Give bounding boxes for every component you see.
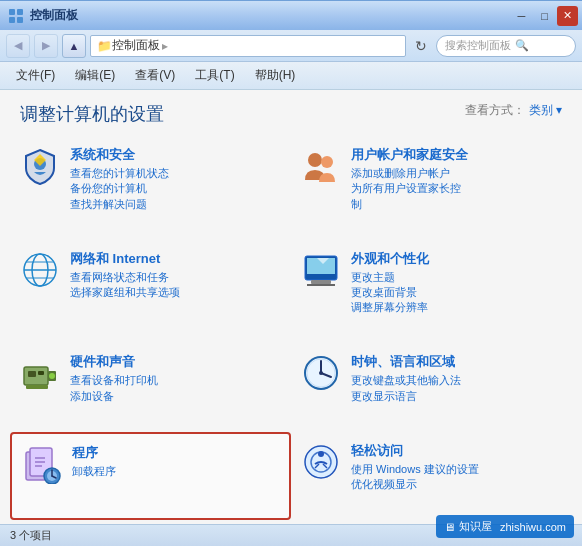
status-text: 3 个项目	[10, 528, 52, 543]
menu-bar: 文件(F) 编辑(E) 查看(V) 工具(T) 帮助(H)	[0, 62, 582, 90]
svg-rect-23	[26, 385, 48, 389]
appearance-text: 外观和个性化 更改主题 更改桌面背景 调整屏幕分辨率	[351, 250, 562, 316]
items-container: 系统和安全 查看您的计算机状态 备份您的计算机 查找并解决问题 用户帐户和家	[0, 132, 582, 524]
back-button[interactable]: ◀	[6, 34, 30, 58]
svg-rect-16	[311, 280, 331, 284]
address-text: 控制面板	[112, 37, 160, 54]
window-title: 控制面板	[30, 7, 78, 24]
view-mode: 查看方式： 类别 ▾	[465, 102, 562, 119]
users-icon	[301, 146, 341, 186]
watermark: 🖥 知识屋 zhishiwu.com	[436, 515, 574, 538]
clock-desc: 更改键盘或其他输入法 更改显示语言	[351, 373, 562, 404]
appearance-link-2[interactable]: 更改桌面背景	[351, 285, 562, 300]
clock-link-2[interactable]: 更改显示语言	[351, 389, 562, 404]
hardware-desc: 查看设备和打印机 添加设备	[70, 373, 281, 404]
appearance-title[interactable]: 外观和个性化	[351, 250, 562, 268]
network-icon	[20, 250, 60, 290]
security-text: 系统和安全 查看您的计算机状态 备份您的计算机 查找并解决问题	[70, 146, 281, 212]
svg-point-40	[318, 451, 324, 457]
minimize-button[interactable]: ─	[511, 6, 532, 26]
security-desc: 查看您的计算机状态 备份您的计算机 查找并解决问题	[70, 166, 281, 212]
programs-link-1[interactable]: 卸载程序	[72, 464, 279, 479]
appearance-link-3[interactable]: 调整屏幕分辨率	[351, 300, 562, 315]
hardware-link-1[interactable]: 查看设备和打印机	[70, 373, 281, 388]
network-title[interactable]: 网络和 Internet	[70, 250, 281, 268]
clock-text: 时钟、语言和区域 更改键盘或其他输入法 更改显示语言	[351, 353, 562, 404]
svg-rect-22	[38, 371, 44, 375]
programs-title[interactable]: 程序	[72, 444, 279, 462]
network-text: 网络和 Internet 查看网络状态和任务 选择家庭组和共享选项	[70, 250, 281, 301]
clock-icon	[301, 353, 341, 393]
maximize-button[interactable]: □	[534, 6, 555, 26]
network-link-1[interactable]: 查看网络状态和任务	[70, 270, 281, 285]
cp-item-network[interactable]: 网络和 Internet 查看网络状态和任务 选择家庭组和共享选项	[10, 240, 291, 344]
title-bar-left: 控制面板	[8, 7, 78, 24]
users-desc: 添加或删除用户帐户 为所有用户设置家长控制	[351, 166, 562, 212]
cp-item-ease[interactable]: 轻松访问 使用 Windows 建议的设置 优化视频显示	[291, 432, 572, 520]
up-button[interactable]: ▲	[62, 34, 86, 58]
title-bar: 控制面板 ─ □ ✕	[0, 0, 582, 30]
close-button[interactable]: ✕	[557, 6, 578, 26]
forward-button[interactable]: ▶	[34, 34, 58, 58]
cp-item-users[interactable]: 用户帐户和家庭安全 添加或删除用户帐户 为所有用户设置家长控制	[291, 136, 572, 240]
cp-item-security[interactable]: 系统和安全 查看您的计算机状态 备份您的计算机 查找并解决问题	[10, 136, 291, 240]
ease-link-2[interactable]: 优化视频显示	[351, 477, 562, 492]
security-link-3[interactable]: 查找并解决问题	[70, 197, 281, 212]
hardware-link-2[interactable]: 添加设备	[70, 389, 281, 404]
svg-rect-17	[307, 284, 335, 286]
ease-link-1[interactable]: 使用 Windows 建议的设置	[351, 462, 562, 477]
menu-help[interactable]: 帮助(H)	[247, 65, 304, 86]
refresh-button[interactable]: ↻	[410, 35, 432, 57]
svg-point-28	[319, 371, 323, 375]
svg-point-6	[308, 153, 322, 167]
security-icon	[20, 146, 60, 186]
cp-item-hardware[interactable]: 硬件和声音 查看设备和打印机 添加设备	[10, 343, 291, 431]
content-header: 调整计算机的设置 查看方式： 类别 ▾	[0, 90, 582, 132]
title-controls: ─ □ ✕	[511, 6, 578, 26]
appearance-link-1[interactable]: 更改主题	[351, 270, 562, 285]
appearance-icon	[301, 250, 341, 290]
appearance-desc: 更改主题 更改桌面背景 调整屏幕分辨率	[351, 270, 562, 316]
view-mode-label: 查看方式：	[465, 102, 525, 119]
network-link-2[interactable]: 选择家庭组和共享选项	[70, 285, 281, 300]
view-mode-value[interactable]: 类别 ▾	[529, 102, 562, 119]
address-field[interactable]: 📁 控制面板 ▸	[90, 35, 406, 57]
svg-rect-3	[17, 17, 23, 23]
ease-title[interactable]: 轻松访问	[351, 442, 562, 460]
security-link-2[interactable]: 备份您的计算机	[70, 181, 281, 196]
clock-link-1[interactable]: 更改键盘或其他输入法	[351, 373, 562, 388]
menu-file[interactable]: 文件(F)	[8, 65, 63, 86]
watermark-brand: 知识屋	[459, 519, 492, 534]
page-title: 调整计算机的设置	[20, 102, 164, 126]
search-placeholder: 搜索控制面板	[445, 38, 511, 53]
cp-item-programs[interactable]: 程序 卸载程序	[10, 432, 291, 520]
menu-edit[interactable]: 编辑(E)	[67, 65, 123, 86]
svg-rect-2	[9, 17, 15, 23]
users-link-1[interactable]: 添加或删除用户帐户	[351, 166, 562, 181]
network-desc: 查看网络状态和任务 选择家庭组和共享选项	[70, 270, 281, 301]
hardware-text: 硬件和声音 查看设备和打印机 添加设备	[70, 353, 281, 404]
window-icon	[8, 8, 24, 24]
search-box[interactable]: 搜索控制面板 🔍	[436, 35, 576, 57]
svg-rect-15	[307, 274, 335, 276]
address-separator: ▸	[162, 39, 168, 53]
programs-text: 程序 卸载程序	[72, 444, 279, 479]
svg-rect-1	[17, 9, 23, 15]
ease-desc: 使用 Windows 建议的设置 优化视频显示	[351, 462, 562, 493]
security-title[interactable]: 系统和安全	[70, 146, 281, 164]
search-icon: 🔍	[515, 39, 529, 52]
hardware-icon	[20, 353, 60, 393]
cp-item-clock[interactable]: 时钟、语言和区域 更改键盘或其他输入法 更改显示语言	[291, 343, 572, 431]
menu-tools[interactable]: 工具(T)	[187, 65, 242, 86]
svg-rect-0	[9, 9, 15, 15]
hardware-title[interactable]: 硬件和声音	[70, 353, 281, 371]
menu-view[interactable]: 查看(V)	[127, 65, 183, 86]
cp-item-appearance[interactable]: 外观和个性化 更改主题 更改桌面背景 调整屏幕分辨率	[291, 240, 572, 344]
users-link-2[interactable]: 为所有用户设置家长控制	[351, 181, 562, 212]
svg-rect-21	[28, 371, 36, 377]
users-title[interactable]: 用户帐户和家庭安全	[351, 146, 562, 164]
folder-icon: 📁	[97, 39, 112, 53]
security-link-1[interactable]: 查看您的计算机状态	[70, 166, 281, 181]
address-bar: ◀ ▶ ▲ 📁 控制面板 ▸ ↻ 搜索控制面板 🔍	[0, 30, 582, 62]
clock-title[interactable]: 时钟、语言和区域	[351, 353, 562, 371]
